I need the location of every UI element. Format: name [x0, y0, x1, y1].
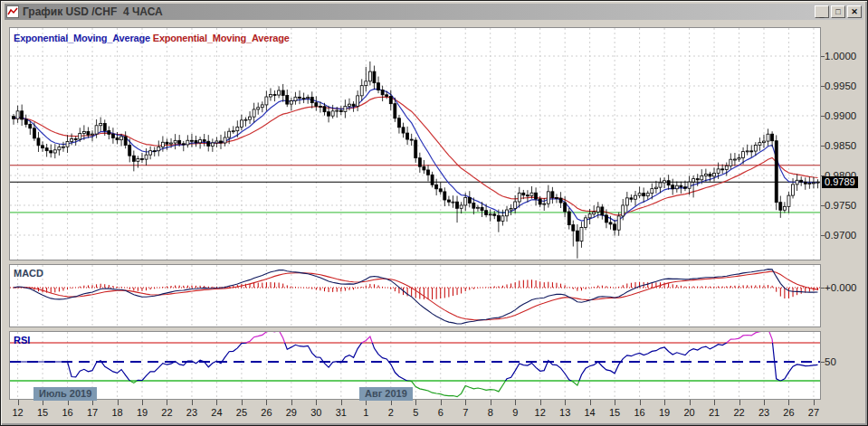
time-axis-tick — [242, 400, 243, 405]
day-label: 17 — [87, 407, 98, 418]
day-label: 16 — [634, 407, 644, 418]
window-title: График USD /CHF 4 ЧАСА — [23, 5, 813, 18]
day-label: 20 — [683, 407, 694, 418]
title-bar[interactable]: График USD /CHF 4 ЧАСА _ □ ✕ — [5, 4, 863, 20]
day-label: 12 — [535, 407, 546, 418]
rsi-level-label: 50 — [825, 356, 836, 367]
day-label: 7 — [463, 407, 468, 418]
day-label: 18 — [111, 407, 122, 418]
day-label: 23 — [186, 407, 197, 418]
time-axis-tick — [615, 400, 615, 405]
time-axis-tick — [491, 400, 491, 405]
day-label: 13 — [559, 407, 570, 418]
day-label: 24 — [211, 407, 222, 418]
time-axis-tick — [216, 400, 217, 405]
time-axis-tick — [590, 400, 591, 405]
legend-ema-fast: Exponential_Moving_Average — [14, 33, 150, 43]
day-label: 26 — [261, 407, 272, 418]
day-label: 15 — [37, 407, 48, 418]
time-axis-tick — [415, 400, 416, 405]
price-axis-label: 0.9950 — [825, 80, 856, 91]
rsi-chart[interactable] — [10, 332, 820, 399]
price-axis-tick — [821, 56, 825, 57]
macd-value-label: +0.000 — [825, 282, 857, 293]
price-axis-tick — [821, 235, 825, 236]
rsi-label: RSI — [14, 335, 30, 346]
day-label: 31 — [336, 407, 347, 418]
day-label: 5 — [413, 407, 418, 418]
day-label: 22 — [161, 407, 172, 418]
day-label: 25 — [236, 407, 247, 418]
macd-axis-tick — [821, 288, 825, 289]
time-axis-tick — [565, 400, 566, 405]
time-axis-tick — [739, 400, 740, 405]
day-label: 8 — [488, 407, 493, 418]
time-axis-tick — [690, 400, 691, 405]
price-axis-tick — [821, 146, 825, 147]
chart-icon — [6, 5, 19, 18]
price-axis-label: 1.0000 — [825, 51, 856, 62]
price-axis-label: 0.9750 — [825, 200, 856, 211]
time-axis-tick — [764, 400, 765, 405]
day-label: 1 — [363, 407, 368, 418]
time-axis-tick — [540, 400, 541, 405]
day-label: 6 — [438, 407, 444, 418]
price-axis-label: 0.9900 — [825, 110, 856, 121]
time-axis-tick — [192, 400, 193, 405]
indicator-legend: Exponential_Moving_Average Exponential_M… — [14, 33, 290, 43]
price-axis-tick — [821, 86, 825, 87]
day-label: 16 — [62, 407, 72, 418]
day-label: 12 — [12, 407, 23, 418]
month-badge: Авг 2019 — [359, 387, 413, 401]
day-label: 23 — [758, 407, 769, 418]
day-label: 29 — [286, 407, 297, 418]
close-button[interactable]: ✕ — [847, 5, 862, 18]
time-axis-tick — [814, 400, 815, 405]
rsi-axis-tick — [821, 362, 825, 363]
time-axis-tick — [142, 400, 143, 405]
chart-window: График USD /CHF 4 ЧАСА _ □ ✕ Exponential… — [0, 0, 868, 426]
day-label: 22 — [733, 407, 744, 418]
price-axis-tick — [821, 205, 825, 206]
day-label: 9 — [512, 407, 518, 418]
time-axis-tick — [788, 400, 789, 405]
candlestick-chart[interactable] — [10, 28, 820, 260]
price-axis-label: 0.9700 — [825, 230, 856, 241]
time-axis-tick — [465, 400, 466, 405]
time-axis-tick — [118, 400, 119, 405]
price-axis-label: 0.9850 — [825, 140, 856, 151]
day-label: 27 — [808, 407, 819, 418]
time-axis-tick — [640, 400, 641, 405]
day-label: 26 — [783, 407, 794, 418]
macd-label: MACD — [14, 268, 43, 279]
day-label: 21 — [709, 407, 720, 418]
day-label: 19 — [137, 407, 148, 418]
price-axis-tick — [821, 116, 825, 117]
main-chart-panel[interactable] — [9, 27, 821, 260]
day-label: 14 — [585, 407, 596, 418]
day-label: 15 — [609, 407, 620, 418]
time-axis-tick — [167, 400, 167, 405]
day-label: 30 — [310, 407, 321, 418]
time-axis-tick — [266, 400, 267, 405]
maximize-button[interactable]: □ — [831, 5, 845, 18]
time-axis-tick — [18, 400, 19, 405]
time-axis-tick — [664, 400, 665, 405]
time-axis-tick — [714, 400, 715, 405]
day-label: 19 — [659, 407, 670, 418]
day-label: 2 — [388, 407, 394, 418]
minimize-button[interactable]: _ — [815, 5, 829, 18]
macd-panel[interactable] — [9, 264, 821, 327]
time-axis-tick — [441, 400, 442, 405]
time-axis-tick — [515, 400, 516, 405]
current-price-tag: 0.9789 — [822, 176, 858, 188]
macd-chart[interactable] — [10, 265, 820, 327]
rsi-panel[interactable] — [9, 331, 821, 400]
time-axis-tick — [341, 400, 342, 405]
time-axis-tick — [291, 400, 292, 405]
legend-ema-slow: Exponential_Moving_Average — [153, 33, 290, 43]
time-axis-tick — [316, 400, 317, 405]
month-badge: Июль 2019 — [33, 387, 97, 401]
